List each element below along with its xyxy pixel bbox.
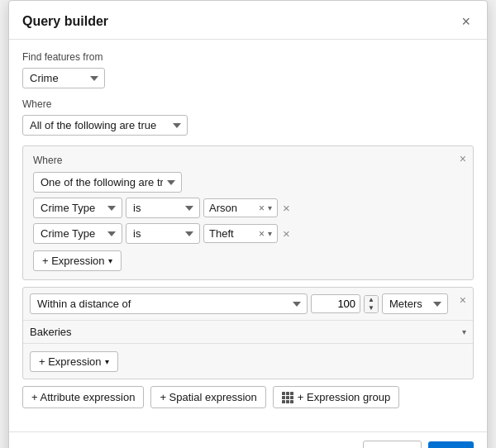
within-row: Within a distance of Intersects Contains…: [23, 288, 473, 320]
where-condition-select[interactable]: All of the following are true Any of the…: [22, 115, 188, 136]
attribute-expression-button[interactable]: + Attribute expression: [22, 386, 144, 408]
expression-group-button[interactable]: + Expression group: [273, 386, 399, 408]
operator-select-theft[interactable]: is is not: [126, 223, 200, 244]
remove-arson-row[interactable]: ×: [281, 201, 292, 215]
dialog-title: Query builder: [22, 14, 108, 29]
remove-theft-row[interactable]: ×: [281, 226, 292, 241]
find-features-section: Find features from Crime Incidents Repor…: [22, 51, 474, 88]
add-expression-within-label: + Expression: [39, 355, 102, 368]
find-features-label: Find features from: [22, 51, 474, 63]
condition-row-arson: Crime Type is is not Arson × ▾ ×: [33, 198, 463, 218]
where-section: Where All of the following are true Any …: [22, 98, 474, 136]
distance-spinner: ▲ ▼: [364, 295, 379, 313]
bakeries-row[interactable]: Bakeries ▾: [23, 320, 473, 343]
within-expression-row: + Expression ▾: [23, 343, 473, 379]
attribute-expression-label: + Attribute expression: [31, 391, 135, 403]
within-distance-input[interactable]: 100: [311, 294, 360, 313]
add-button[interactable]: Add: [428, 441, 474, 448]
value-tag-arson-text: Arson: [209, 202, 255, 214]
spin-down-button[interactable]: ▼: [365, 304, 378, 312]
field-select-arson[interactable]: Crime Type: [33, 198, 122, 218]
add-expression-inner-caret: ▾: [108, 256, 112, 265]
value-tag-theft-text: Theft: [209, 227, 255, 240]
close-button[interactable]: ×: [458, 12, 474, 31]
value-tag-theft-caret[interactable]: ▾: [268, 229, 272, 238]
spatial-expression-label: + Spatial expression: [160, 391, 256, 403]
add-expression-within-button[interactable]: + Expression ▾: [30, 351, 118, 372]
footer-add-buttons: + Attribute expression + Spatial express…: [22, 386, 474, 408]
inner-where-box: Where × One of the following are tr... A…: [22, 145, 474, 280]
value-tag-arson-caret[interactable]: ▾: [268, 203, 272, 212]
where-label: Where: [22, 98, 474, 110]
bakeries-caret: ▾: [462, 327, 466, 336]
subcondition-row: One of the following are tr... All of th…: [33, 172, 463, 193]
subcondition-select[interactable]: One of the following are tr... All of th…: [33, 172, 182, 193]
within-box-close[interactable]: ×: [460, 294, 466, 306]
cancel-button[interactable]: Cancel: [363, 441, 421, 448]
find-features-select[interactable]: Crime Incidents Reports: [22, 68, 105, 88]
within-distance-box: Within a distance of Intersects Contains…: [22, 287, 474, 379]
inner-where-close[interactable]: ×: [460, 153, 466, 164]
dialog-header: Query builder ×: [9, 1, 487, 40]
dialog-footer: Cancel Add: [9, 431, 487, 448]
dialog-body: Find features from Crime Incidents Repor…: [9, 40, 487, 431]
value-tag-arson-remove[interactable]: ×: [259, 203, 265, 214]
add-expression-within-caret: ▾: [105, 357, 109, 366]
spatial-expression-button[interactable]: + Spatial expression: [150, 386, 265, 408]
bakeries-layer-text: Bakeries: [30, 326, 462, 338]
condition-row-theft: Crime Type is is not Theft × ▾ ×: [33, 223, 463, 244]
value-tag-theft-remove[interactable]: ×: [259, 228, 265, 240]
inner-where-label: Where: [33, 155, 463, 166]
value-tag-arson[interactable]: Arson × ▾: [203, 198, 278, 217]
operator-select-arson[interactable]: is is not: [126, 198, 200, 218]
unit-select[interactable]: Meters Kilometers Miles Feet: [382, 293, 448, 314]
add-expression-inner-label: + Expression: [42, 255, 105, 267]
query-builder-dialog: Query builder × Find features from Crime…: [8, 0, 488, 448]
field-select-theft[interactable]: Crime Type: [33, 223, 122, 244]
within-condition-select[interactable]: Within a distance of Intersects Contains: [30, 293, 308, 314]
expression-group-label: + Expression group: [298, 391, 390, 403]
add-expression-inner-button[interactable]: + Expression ▾: [33, 250, 122, 271]
expression-group-icon: [282, 392, 293, 403]
value-tag-theft[interactable]: Theft × ▾: [203, 224, 278, 243]
spin-up-button[interactable]: ▲: [365, 296, 378, 304]
